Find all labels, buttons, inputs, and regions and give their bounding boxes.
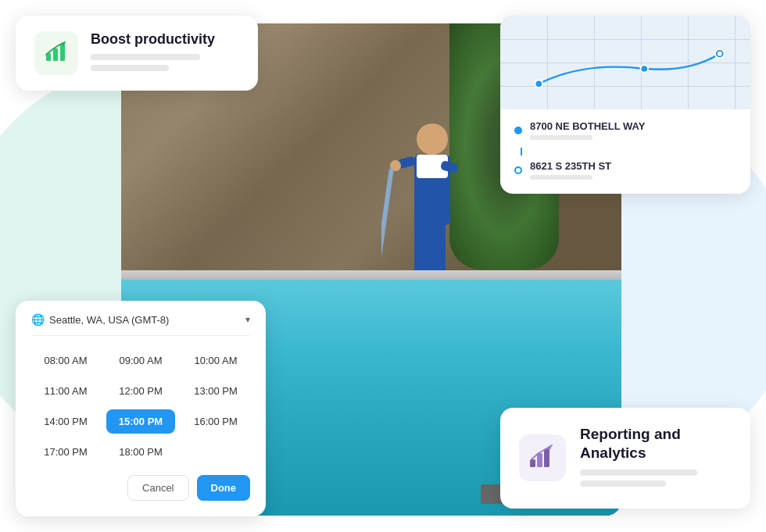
time-slot-1300[interactable]: 13:00 PM bbox=[181, 379, 250, 403]
time-slot-1000[interactable]: 10:00 AM bbox=[181, 348, 250, 373]
map-card: 8700 NE BOTHELL WAY 8621 S 235TH ST bbox=[500, 16, 750, 194]
svg-point-19 bbox=[640, 65, 648, 73]
map-addresses: 8700 NE BOTHELL WAY 8621 S 235TH ST bbox=[500, 109, 750, 194]
boost-icon-box bbox=[34, 31, 78, 75]
time-slot-1200[interactable]: 12:00 PM bbox=[106, 379, 175, 403]
globe-icon: 🌐 bbox=[31, 313, 45, 326]
svg-rect-22 bbox=[530, 459, 535, 467]
boost-productivity-card: Boost productivity bbox=[16, 16, 258, 91]
time-picker-card: 🌐 Seattle, WA, USA (GMT-8) ▾ 08:00 AM 09… bbox=[16, 301, 266, 516]
boost-title: Boost productivity bbox=[91, 31, 215, 48]
svg-rect-16 bbox=[60, 44, 65, 61]
analytics-icon bbox=[528, 442, 557, 473]
svg-point-21 bbox=[718, 52, 722, 56]
address-1-line bbox=[530, 135, 592, 140]
done-button[interactable]: Done bbox=[197, 475, 251, 501]
chevron-down-icon[interactable]: ▾ bbox=[245, 314, 250, 325]
boost-line-1 bbox=[91, 54, 200, 60]
svg-point-18 bbox=[535, 80, 542, 87]
svg-rect-15 bbox=[53, 48, 58, 61]
bar-chart-icon bbox=[44, 39, 69, 67]
map-route bbox=[524, 45, 735, 95]
time-location-bar[interactable]: 🌐 Seattle, WA, USA (GMT-8) ▾ bbox=[31, 313, 250, 336]
address-2-content: 8621 S 235TH ST bbox=[530, 160, 611, 180]
time-slot-1700[interactable]: 17:00 PM bbox=[31, 440, 100, 464]
reporting-analytics-card: Reporting and Analytics bbox=[500, 408, 750, 509]
boost-content: Boost productivity bbox=[91, 31, 215, 71]
time-slot-1600[interactable]: 16:00 PM bbox=[181, 409, 250, 434]
time-slot-1500[interactable]: 15:00 PM bbox=[106, 409, 175, 434]
reporting-content: Reporting and Analytics bbox=[580, 425, 732, 491]
time-slot-0800[interactable]: 08:00 AM bbox=[31, 348, 100, 373]
boost-line-2 bbox=[91, 65, 169, 71]
time-slot-0900[interactable]: 09:00 AM bbox=[106, 348, 175, 373]
reporting-line-1 bbox=[580, 470, 697, 476]
analytics-icon-box bbox=[519, 434, 566, 481]
reporting-line-2 bbox=[580, 480, 666, 487]
cancel-button[interactable]: Cancel bbox=[127, 475, 188, 501]
map-area bbox=[500, 16, 750, 109]
address-2-line bbox=[530, 175, 592, 180]
addr-connector bbox=[521, 148, 522, 155]
time-slot-1800[interactable]: 18:00 PM bbox=[106, 440, 175, 464]
location-label: Seattle, WA, USA (GMT-8) bbox=[49, 314, 169, 326]
svg-rect-24 bbox=[544, 448, 549, 467]
reporting-title: Reporting and Analytics bbox=[580, 425, 732, 463]
address-1-text: 8700 NE BOTHELL WAY bbox=[530, 120, 645, 132]
time-actions: Cancel Done bbox=[31, 475, 250, 501]
map-grid-h1 bbox=[500, 39, 750, 40]
address-2-text: 8621 S 235TH ST bbox=[530, 160, 611, 172]
location-label-group: 🌐 Seattle, WA, USA (GMT-8) bbox=[31, 313, 169, 326]
address-item-2: 8621 S 235TH ST bbox=[514, 160, 736, 180]
time-slot-1100[interactable]: 11:00 AM bbox=[31, 379, 100, 403]
addr-dot-2 bbox=[514, 166, 522, 174]
address-item-1: 8700 NE BOTHELL WAY bbox=[514, 120, 736, 140]
svg-rect-23 bbox=[537, 453, 542, 467]
addr-dot-1 bbox=[514, 127, 522, 134]
map-grid-v5 bbox=[735, 16, 736, 109]
svg-point-0 bbox=[417, 123, 448, 155]
time-grid: 08:00 AM 09:00 AM 10:00 AM 11:00 AM 12:0… bbox=[31, 348, 250, 464]
address-1-content: 8700 NE BOTHELL WAY bbox=[530, 120, 645, 140]
time-slot-1400[interactable]: 14:00 PM bbox=[31, 409, 100, 434]
